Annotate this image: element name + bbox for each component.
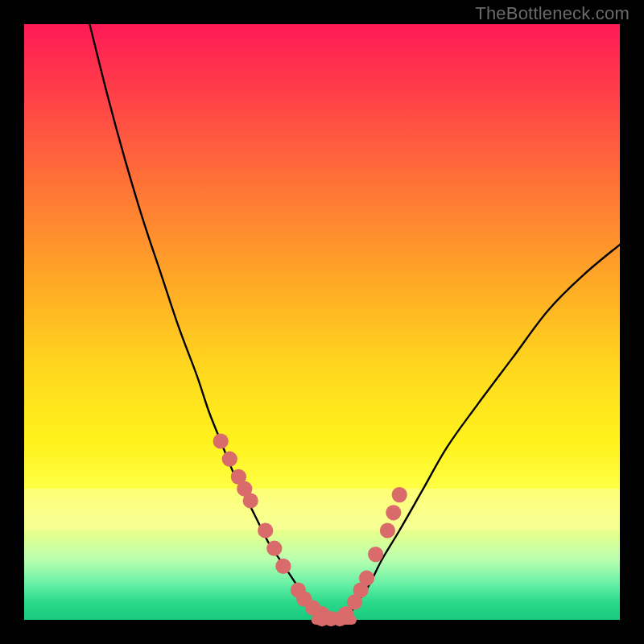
marker-left (213, 433, 229, 448)
marker-left (266, 541, 282, 556)
chart-plot-area (24, 24, 620, 620)
marker-right (380, 522, 395, 538)
marker-right (392, 487, 407, 502)
marker-right (386, 505, 401, 520)
series-markers (213, 433, 407, 626)
series-lines (89, 24, 620, 620)
line-right-curve (346, 245, 620, 620)
marker-right (359, 571, 374, 586)
marker-right (368, 547, 383, 562)
chart-svg (24, 24, 620, 620)
watermark-text: TheBottleneck.com (475, 3, 630, 24)
marker-left (275, 559, 291, 574)
marker-left (243, 493, 258, 508)
chart-frame: TheBottleneck.com (0, 0, 644, 644)
marker-bottom (332, 611, 348, 626)
marker-left (258, 522, 273, 538)
marker-left (222, 452, 237, 467)
line-left-curve (89, 24, 322, 620)
